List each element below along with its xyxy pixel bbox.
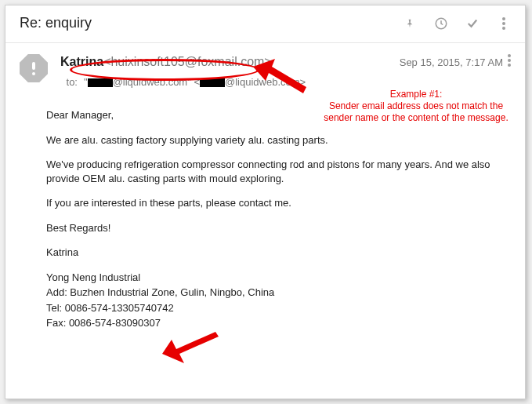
sender-email: <huixinsoft105@foxmail.com> <box>103 55 272 69</box>
company-name: Yong Neng Industrial <box>46 271 494 285</box>
svg-rect-4 <box>32 62 35 70</box>
svg-point-6 <box>508 54 511 57</box>
svg-point-2 <box>502 22 505 25</box>
redacted-block <box>88 78 113 87</box>
email-header: Re: enquiry <box>5 5 525 43</box>
clock-icon[interactable] <box>434 16 448 31</box>
company-address: Add: Buzhen Industrial Zone, Gulin, Ning… <box>46 286 494 300</box>
svg-point-7 <box>508 59 511 62</box>
sender-row: Katrina <huixinsoft105@foxmail.com> Sep … <box>60 54 511 70</box>
check-icon[interactable] <box>465 16 480 31</box>
signoff: Best Regards! <box>46 221 494 235</box>
email-subject: Re: enquiry <box>20 15 403 31</box>
header-actions <box>403 16 511 31</box>
company-tel: Tel: 0086-574-13305740742 <box>46 301 494 315</box>
email-card: Re: enquiry Katrina <huixin <box>5 5 526 399</box>
to-address: "@liquidweb.com" <@liquidweb.com> <box>84 76 306 88</box>
redacted-block <box>200 78 225 87</box>
paragraph-3: If you are interested in these parts, pl… <box>46 196 494 210</box>
svg-point-8 <box>508 64 511 67</box>
to-label: to: <box>60 76 78 88</box>
main-column: Katrina <huixinsoft105@foxmail.com> Sep … <box>60 54 511 88</box>
email-timestamp: Sep 15, 2015, 7:17 AM <box>272 56 508 68</box>
svg-point-5 <box>32 72 35 75</box>
svg-point-3 <box>502 27 505 30</box>
sender-avatar-warning <box>20 54 48 82</box>
email-body-area: Katrina <huixinsoft105@foxmail.com> Sep … <box>5 43 525 88</box>
paragraph-2: We've producing refrigeration compressor… <box>46 158 494 185</box>
svg-point-1 <box>502 17 505 20</box>
to-row: to: "@liquidweb.com" <@liquidweb.com> <box>60 76 511 88</box>
signature-block: Yong Neng Industrial Add: Buzhen Industr… <box>46 271 494 330</box>
message-body: Dear Manager, We are alu. casting factor… <box>5 108 525 330</box>
greeting: Dear Manager, <box>46 108 494 122</box>
annotation-arrow-2 <box>162 332 222 366</box>
message-more-icon[interactable] <box>508 54 511 70</box>
avatar-column <box>20 54 60 88</box>
paragraph-1: We are alu. casting factory supplying va… <box>46 133 494 147</box>
signature-name: Katrina <box>46 246 494 260</box>
company-fax: Fax: 0086-574-83090307 <box>46 316 494 330</box>
svg-marker-10 <box>162 332 219 363</box>
sender-name: Katrina <box>60 55 103 69</box>
pin-icon[interactable] <box>403 16 417 31</box>
more-icon[interactable] <box>497 16 511 31</box>
